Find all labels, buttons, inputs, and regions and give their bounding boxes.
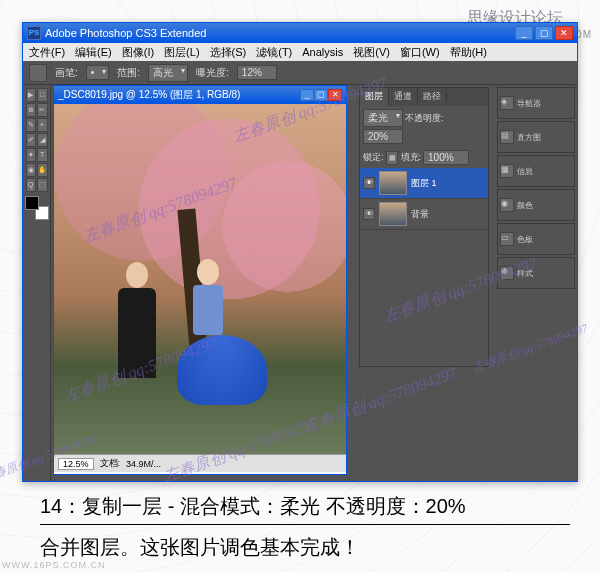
swatches-icon: ▭	[500, 232, 514, 246]
document-title: _DSC8019.jpg @ 12.5% (图层 1, RGB/8)	[58, 88, 300, 102]
filesize-value: 34.9M/...	[126, 459, 161, 469]
visibility-icon[interactable]: 👁	[363, 177, 375, 189]
fg-color-swatch[interactable]	[25, 196, 39, 210]
layers-panel: 图层 通道 路径 柔光 不透明度: 20% 锁定: ▦ 填充: 100%	[359, 87, 489, 367]
maximize-button[interactable]: ▢	[535, 26, 553, 40]
brush-label: 画笔:	[55, 66, 78, 80]
panel-color[interactable]: ◉颜色	[497, 189, 575, 221]
fill-input[interactable]: 100%	[423, 150, 469, 165]
caption-line-2: 合并图层。这张图片调色基本完成！	[40, 531, 570, 563]
brush-dropdown[interactable]: •	[86, 65, 110, 80]
document-titlebar: _DSC8019.jpg @ 12.5% (图层 1, RGB/8) _ ▢ ✕	[54, 86, 346, 104]
menu-select[interactable]: 选择(S)	[210, 45, 247, 60]
tab-paths[interactable]: 路径	[418, 88, 447, 106]
blend-mode-dropdown[interactable]: 柔光	[363, 109, 403, 127]
toolbox: ▶□ ⊕✂ ✎⌖ ✐◢ ✦T ◉✋ Q⬚	[23, 85, 51, 481]
tool-crop[interactable]: ✂	[37, 103, 48, 117]
tool-eyedropper[interactable]: ⌖	[37, 118, 48, 132]
visibility-icon[interactable]: 👁	[363, 208, 375, 220]
info-icon: ▦	[500, 164, 514, 178]
layer-row[interactable]: 👁 背景	[360, 199, 488, 230]
tool-shape[interactable]: ◉	[26, 163, 36, 177]
menu-window[interactable]: 窗口(W)	[400, 45, 440, 60]
doc-minimize[interactable]: _	[300, 89, 314, 101]
range-label: 范围:	[117, 66, 140, 80]
panel-histogram[interactable]: ▤直方图	[497, 121, 575, 153]
tool-marquee[interactable]: □	[37, 88, 48, 102]
tutorial-caption: 14：复制一层 - 混合模式：柔光 不透明度：20% 合并图层。这张图片调色基本…	[40, 490, 570, 563]
tab-channels[interactable]: 通道	[389, 88, 418, 106]
menu-filter[interactable]: 滤镜(T)	[256, 45, 292, 60]
menu-file[interactable]: 文件(F)	[29, 45, 65, 60]
tool-screen[interactable]: ⬚	[37, 178, 48, 192]
tool-gradient[interactable]: ◢	[37, 133, 48, 147]
document-canvas[interactable]	[54, 104, 346, 454]
doc-maximize[interactable]: ▢	[314, 89, 328, 101]
lock-label: 锁定:	[363, 151, 384, 164]
photoshop-window: PS Adobe Photoshop CS3 Extended _ ▢ ✕ 文件…	[22, 22, 578, 482]
layer-thumbnail[interactable]	[379, 171, 407, 195]
tool-type[interactable]: T	[37, 148, 48, 162]
tool-move[interactable]: ▶	[26, 88, 37, 102]
exposure-label: 曝光度:	[196, 66, 229, 80]
layer-list: 👁 图层 1 👁 背景	[360, 168, 488, 230]
lock-icon[interactable]: ▦	[386, 151, 398, 165]
doc-close[interactable]: ✕	[328, 89, 342, 101]
menu-layer[interactable]: 图层(L)	[164, 45, 199, 60]
menubar: 文件(F) 编辑(E) 图像(I) 图层(L) 选择(S) 滤镜(T) Anal…	[23, 43, 577, 61]
histogram-icon: ▤	[500, 130, 514, 144]
canvas-area: _DSC8019.jpg @ 12.5% (图层 1, RGB/8) _ ▢ ✕…	[51, 85, 357, 481]
app-title: Adobe Photoshop CS3 Extended	[45, 27, 515, 39]
navigator-icon: ◈	[500, 96, 514, 110]
tool-pencil[interactable]: ✐	[26, 133, 37, 147]
tab-layers[interactable]: 图层	[360, 88, 389, 106]
menu-image[interactable]: 图像(I)	[122, 45, 154, 60]
panel-info[interactable]: ▦信息	[497, 155, 575, 187]
document-statusbar: 12.5% 文档: 34.9M/...	[54, 454, 346, 472]
fill-label: 填充:	[401, 151, 422, 164]
range-dropdown[interactable]: 高光	[148, 64, 188, 82]
layer-name[interactable]: 背景	[411, 208, 485, 221]
site-url-bottom: WWW.16PS.COM.CN	[2, 560, 106, 570]
layer-row[interactable]: 👁 图层 1	[360, 168, 488, 199]
opacity-input[interactable]: 20%	[363, 129, 403, 144]
color-swatches[interactable]	[25, 196, 49, 220]
layer-name[interactable]: 图层 1	[411, 177, 485, 190]
caption-line-1: 14：复制一层 - 混合模式：柔光 不透明度：20%	[40, 490, 570, 525]
tool-quick[interactable]: Q	[26, 178, 37, 192]
color-icon: ◉	[500, 198, 514, 212]
filesize-label: 文档:	[100, 457, 121, 470]
menu-edit[interactable]: 编辑(E)	[75, 45, 112, 60]
panel-styles[interactable]: ❋样式	[497, 257, 575, 289]
exposure-input[interactable]: 12%	[237, 65, 277, 80]
panel-navigator[interactable]: ◈导航器	[497, 87, 575, 119]
close-button[interactable]: ✕	[555, 26, 573, 40]
titlebar: PS Adobe Photoshop CS3 Extended _ ▢ ✕	[23, 23, 577, 43]
menu-view[interactable]: 视图(V)	[353, 45, 390, 60]
zoom-value[interactable]: 12.5%	[58, 458, 94, 470]
panel-swatches[interactable]: ▭色板	[497, 223, 575, 255]
menu-help[interactable]: 帮助(H)	[450, 45, 487, 60]
styles-icon: ❋	[500, 266, 514, 280]
app-icon: PS	[27, 26, 41, 40]
layer-thumbnail[interactable]	[379, 202, 407, 226]
tool-dodge[interactable]: ✦	[26, 148, 37, 162]
current-tool-icon[interactable]	[29, 64, 47, 82]
tool-hand[interactable]: ✋	[37, 163, 48, 177]
options-bar: 画笔: • 范围: 高光 曝光度: 12%	[23, 61, 577, 85]
tool-brush[interactable]: ✎	[26, 118, 37, 132]
menu-analysis[interactable]: Analysis	[302, 46, 343, 58]
document-window: _DSC8019.jpg @ 12.5% (图层 1, RGB/8) _ ▢ ✕…	[53, 85, 347, 475]
tool-lasso[interactable]: ⊕	[26, 103, 37, 117]
minimize-button[interactable]: _	[515, 26, 533, 40]
opacity-label: 不透明度:	[405, 112, 444, 125]
